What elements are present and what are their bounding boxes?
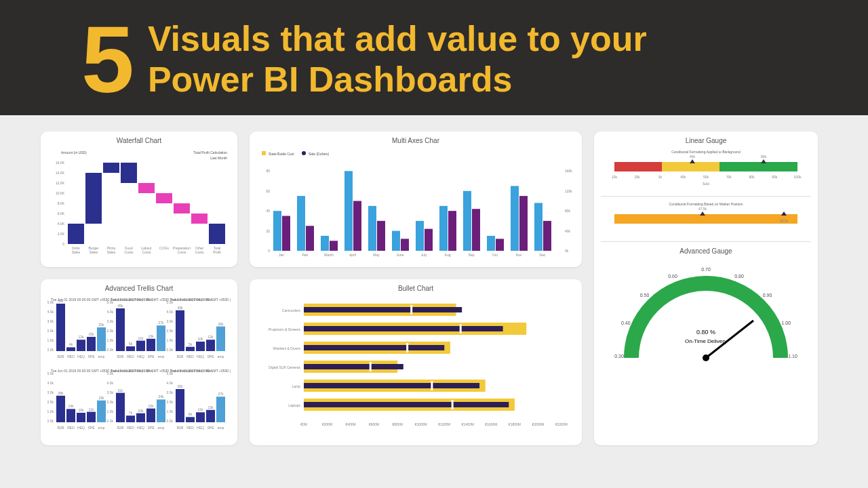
svg-text:emp: emp xyxy=(98,426,105,430)
svg-text:emp: emp xyxy=(98,354,105,359)
svg-text:RED: RED xyxy=(67,426,75,430)
linear-gauge-title: Linear Gauge xyxy=(601,137,811,144)
svg-text:Projectors & Screens: Projectors & Screens xyxy=(269,327,300,331)
svg-text:RED: RED xyxy=(186,426,194,430)
svg-text:€200M: €200M xyxy=(322,422,332,426)
svg-text:10k: 10k xyxy=(612,175,618,179)
svg-text:HEQ: HEQ xyxy=(137,354,144,359)
svg-text:4.0k: 4.0k xyxy=(167,310,174,314)
svg-text:4.0k: 4.0k xyxy=(167,381,174,385)
svg-text:Nov: Nov xyxy=(516,253,522,257)
svg-text:4.0k: 4.0k xyxy=(47,381,54,385)
svg-text:0.0k: 0.0k xyxy=(167,348,174,352)
svg-text:3.0k: 3.0k xyxy=(107,319,114,323)
svg-text:10k: 10k xyxy=(138,409,144,413)
advanced-gauge-title: Advanced Gauge xyxy=(601,247,811,255)
svg-text:70k: 70k xyxy=(726,175,732,179)
svg-text:Digital SLR Cameras: Digital SLR Cameras xyxy=(269,365,300,369)
svg-text:40: 40 xyxy=(266,209,270,213)
svg-text:Sale (Dollars): Sale (Dollars) xyxy=(309,152,330,156)
svg-text:1.00: 1.00 xyxy=(781,321,791,325)
svg-text:Profit: Profit xyxy=(213,250,221,254)
svg-text:1.0k: 1.0k xyxy=(47,338,54,342)
svg-text:HEQ: HEQ xyxy=(77,426,85,430)
svg-rect-261 xyxy=(460,324,462,333)
svg-text:Sales: Sales xyxy=(107,250,116,254)
svg-rect-6 xyxy=(121,163,137,183)
svg-text:5k: 5k xyxy=(189,342,193,346)
svg-text:0.0k: 0.0k xyxy=(107,348,114,352)
svg-rect-155 xyxy=(146,339,155,351)
svg-point-40 xyxy=(302,151,306,155)
chart-grid: Waterfall Chart Amount (in USD) Total Pr… xyxy=(0,115,868,462)
svg-text:0: 0 xyxy=(62,242,64,246)
svg-text:RED: RED xyxy=(127,354,134,359)
svg-text:0.0k: 0.0k xyxy=(47,419,54,423)
svg-text:10.0K: 10.0K xyxy=(56,191,65,195)
svg-text:27k: 27k xyxy=(158,321,164,325)
svg-text:80k: 80k xyxy=(761,155,767,159)
svg-rect-246 xyxy=(216,396,225,422)
svg-rect-11 xyxy=(209,224,225,244)
svg-rect-10 xyxy=(191,214,208,224)
svg-text:2.0k: 2.0k xyxy=(107,329,114,333)
svg-text:6.0K: 6.0K xyxy=(58,211,65,216)
svg-rect-127 xyxy=(66,347,75,351)
svg-rect-8 xyxy=(156,193,172,203)
svg-text:50k: 50k xyxy=(58,299,64,303)
svg-rect-88 xyxy=(614,162,662,171)
svg-text:0.70: 0.70 xyxy=(701,267,711,272)
svg-point-120 xyxy=(703,354,709,361)
svg-text:€1800M: €1800M xyxy=(509,422,521,426)
svg-rect-48 xyxy=(344,171,353,251)
svg-text:4.0k: 4.0k xyxy=(107,310,114,314)
svg-text:92.5k: 92.5k xyxy=(780,219,789,223)
svg-text:0.30: 0.30 xyxy=(614,354,624,359)
svg-text:90k: 90k xyxy=(772,175,778,179)
svg-text:€1000M: €1000M xyxy=(415,422,427,426)
svg-text:SPE: SPE xyxy=(87,426,95,430)
svg-text:31k: 31k xyxy=(117,388,123,392)
svg-text:0.60: 0.60 xyxy=(668,274,677,279)
svg-text:B2B: B2B xyxy=(58,426,64,430)
svg-text:11k: 11k xyxy=(138,336,144,340)
svg-text:emp: emp xyxy=(218,426,224,430)
trellis-card: Advanced Trellis Chart Tue Jun 01 2019 0… xyxy=(41,279,237,445)
svg-text:35k: 35k xyxy=(177,384,183,388)
svg-text:80k: 80k xyxy=(749,175,755,179)
svg-text:emp: emp xyxy=(158,354,165,359)
svg-text:€1200M: €1200M xyxy=(438,422,450,426)
svg-rect-50 xyxy=(368,206,376,251)
svg-text:Costs: Costs xyxy=(125,250,134,254)
svg-text:€1400M: €1400M xyxy=(462,422,474,426)
svg-rect-52 xyxy=(392,231,400,251)
svg-text:Sold: Sold xyxy=(703,182,709,186)
svg-rect-42 xyxy=(273,211,281,251)
svg-text:2.0K: 2.0K xyxy=(58,232,65,236)
svg-text:0: 0 xyxy=(268,249,270,253)
svg-text:10k: 10k xyxy=(197,337,203,341)
svg-text:COGs: COGs xyxy=(159,246,169,250)
svg-text:2.0k: 2.0k xyxy=(167,329,174,333)
svg-rect-49 xyxy=(353,201,361,251)
svg-rect-190 xyxy=(56,396,65,422)
svg-text:RED: RED xyxy=(127,426,134,430)
svg-text:Tue Jun 01 2019 00:00:00 GMT +: Tue Jun 01 2019 00:00:00 GMT +0530 (Indi… xyxy=(170,369,231,373)
svg-rect-277 xyxy=(452,400,454,409)
svg-rect-62 xyxy=(511,186,519,251)
svg-text:6k: 6k xyxy=(189,412,193,416)
svg-text:April: April xyxy=(349,253,356,257)
svg-text:2.0k: 2.0k xyxy=(47,400,54,404)
svg-text:3.0k: 3.0k xyxy=(167,319,174,323)
svg-marker-91 xyxy=(690,159,695,163)
svg-rect-65 xyxy=(543,221,551,251)
advanced-gauge: 0.300.400.500.600.700.800.901.001.10 0.8… xyxy=(601,256,811,378)
svg-text:B2B: B2B xyxy=(58,354,64,359)
svg-rect-256 xyxy=(304,307,462,312)
svg-rect-149 xyxy=(126,346,135,351)
svg-rect-180 xyxy=(216,327,225,351)
svg-text:13k: 13k xyxy=(208,405,214,409)
svg-rect-260 xyxy=(304,326,503,331)
svg-text:1.0k: 1.0k xyxy=(47,409,54,413)
svg-rect-273 xyxy=(431,381,433,390)
